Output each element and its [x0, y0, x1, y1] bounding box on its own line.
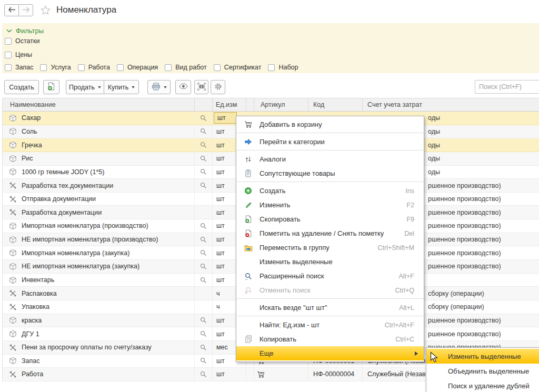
cell-zoom [195, 112, 213, 125]
product-box-icon [9, 276, 17, 284]
printer-icon [152, 83, 161, 92]
copy-button[interactable] [43, 80, 59, 94]
account-text-fragment: ршенное производство) [428, 330, 501, 338]
settings-button[interactable] [211, 80, 225, 94]
checkbox-unchecked[interactable] [268, 64, 275, 71]
doc-x-icon [245, 229, 252, 237]
checkbox-unchecked[interactable] [5, 38, 12, 45]
account-text-fragment: оды [428, 155, 440, 162]
favorite-star-icon[interactable] [41, 5, 51, 16]
checkbox-unchecked[interactable] [214, 64, 221, 71]
column-header-zoom[interactable] [195, 98, 213, 111]
menu-item[interactable]: Аналоги [236, 152, 424, 166]
menu-item[interactable]: Еще [236, 346, 424, 360]
menu-item-label: Переместить в группу [259, 244, 330, 252]
checkbox-unchecked[interactable] [5, 64, 12, 71]
item-name: Распаковка [22, 290, 57, 297]
cell-zoom [195, 179, 213, 192]
gear-icon [214, 83, 222, 92]
checkbox-unchecked[interactable] [5, 52, 12, 58]
buy-button[interactable]: Купить [104, 80, 139, 94]
column-header-unit[interactable]: Ед.изм [213, 98, 246, 111]
service-tools-icon [9, 289, 17, 297]
cell-zoom [195, 138, 213, 152]
menu-item-hotkey: Ins [405, 187, 414, 195]
menu-item[interactable]: КопироватьCtrl+C [236, 332, 424, 346]
account-text-fragment: сборку (операции) [428, 290, 484, 297]
back-button[interactable] [4, 4, 19, 16]
product-box-icon [9, 236, 17, 244]
menu-item[interactable]: Пометить на удаление / Снять пометкуDel [236, 226, 424, 240]
menu-item-label: Изменить выделенные [259, 258, 333, 266]
product-box-icon [9, 316, 17, 324]
context-submenu: Изменить выделенныеОбъединить выделенные… [426, 347, 539, 392]
cell-zoom [195, 246, 213, 259]
product-box-icon [9, 249, 17, 257]
menu-item-hotkey: Alt+L [399, 304, 414, 311]
product-box-icon [9, 357, 17, 365]
account-text-fragment: ршенное производство) [428, 263, 501, 270]
filter-checkbox-label: Набор [278, 64, 298, 71]
menu-separator [237, 150, 423, 150]
column-header-article[interactable]: Артикул [254, 98, 308, 111]
service-tools-icon [9, 303, 17, 311]
create-button-label: Создать [9, 84, 34, 91]
menu-item[interactable]: Переместить в группуCtrl+Shift+M [236, 240, 424, 255]
menu-item[interactable]: Расширенный поискAlt+F [236, 269, 424, 283]
checkbox-unchecked[interactable] [165, 64, 172, 71]
submenu-item[interactable]: Объединить выделенные [426, 364, 539, 378]
checkbox-unchecked[interactable] [78, 64, 85, 71]
selected-unit-cell[interactable]: шт [214, 112, 237, 124]
context-menu: Добавить в корзинуПерейти к категорииАна… [236, 116, 424, 362]
checkbox-unchecked[interactable] [40, 64, 47, 71]
menu-item[interactable]: Добавить в корзину [236, 117, 424, 132]
item-name: Импортная номенклатура (производство) [22, 222, 148, 229]
create-button[interactable]: Создать [4, 80, 39, 94]
service-tools-icon [9, 370, 17, 378]
filter-checkbox-item: Услуга [40, 64, 71, 71]
account-text-fragment: ршенное производство) [428, 222, 501, 229]
checkbox-unchecked[interactable] [117, 64, 124, 71]
filters-header[interactable]: Фильтры [6, 27, 44, 35]
menu-item-hotkey: Ctrl+Q [395, 287, 414, 294]
menu-item[interactable]: СкопироватьF9 [236, 212, 424, 226]
submenu-item[interactable]: Изменить выделенные [426, 349, 539, 364]
filter-checkbox-item: Запас [5, 64, 33, 71]
filters-line-1: Остатки [5, 37, 39, 45]
menu-item-label: Пометить на удаление / Снять пометку [259, 229, 384, 237]
filters-line-3: ЗапасУслугаРаботаОперацияВид работСертиф… [5, 64, 298, 71]
sell-button-label: Продать [69, 84, 95, 91]
cart-indicator-icon [257, 370, 265, 378]
account-text-fragment: ршенное производство) [428, 182, 501, 189]
column-header-account[interactable]: Счет учета затрат [363, 98, 539, 111]
product-box-icon [9, 155, 17, 163]
menu-item[interactable]: СоздатьIns [236, 184, 424, 198]
cell-name: Упаковка [3, 300, 195, 314]
menu-item[interactable]: Перейти к категории [236, 135, 424, 149]
menu-item-label: Аналоги [259, 155, 286, 163]
product-box-icon [9, 141, 17, 149]
column-header-cart[interactable] [246, 98, 254, 111]
cell-zoom [195, 260, 213, 273]
menu-item[interactable]: Сопутствующие товары [236, 166, 424, 180]
column-header-code[interactable]: Код [308, 98, 363, 111]
menu-item-hotkey: Ctrl+Alt+F [385, 321, 414, 329]
column-header-name[interactable]: Наименование [3, 98, 195, 111]
submenu-item[interactable]: Поиск и удаление дублей [426, 378, 539, 392]
item-name: ДГУ 1 [22, 330, 39, 338]
menu-item[interactable]: ИзменитьF2 [236, 198, 424, 212]
table-header: Наименование Ед.изм Артикул Код Счет уче… [3, 98, 539, 112]
visibility-button[interactable] [175, 80, 191, 94]
menu-item[interactable]: Изменить выделенные [236, 255, 424, 269]
barcode-scan-button[interactable] [194, 80, 208, 94]
item-name: Инвентарь [22, 276, 54, 284]
menu-item[interactable]: Искать везде "шт шт"Alt+L [236, 300, 424, 315]
print-button[interactable] [147, 80, 171, 94]
menu-item[interactable]: Найти: Ед.изм - штCtrl+Alt+F [236, 318, 424, 332]
product-box-icon [9, 168, 17, 176]
sell-button[interactable]: Продать [66, 80, 104, 94]
forward-button[interactable] [18, 4, 33, 16]
cell-zoom [195, 314, 213, 327]
cell-name: ДГУ 1 [3, 327, 195, 340]
search-input[interactable] [475, 80, 539, 94]
